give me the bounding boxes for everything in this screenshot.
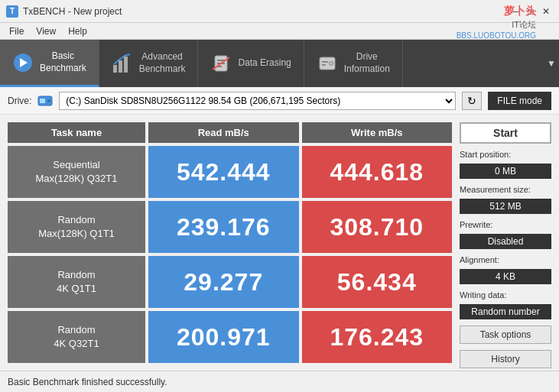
row-3-write: 176.243 <box>302 311 453 363</box>
start-button[interactable]: Start <box>460 122 551 144</box>
drive-information-icon <box>317 53 338 74</box>
drive-select[interactable]: (C:) SanDisk SD8SN8U256G1122 98.54 GB (2… <box>59 92 456 110</box>
watermark-line3: BBS.LUOBOTOU.ORG <box>457 31 536 41</box>
row-0-write: 444.618 <box>302 146 453 198</box>
toolbar-more-arrow[interactable]: ▼ <box>544 40 559 87</box>
svg-rect-2 <box>113 65 117 73</box>
file-mode-button[interactable]: FILE mode <box>488 92 551 110</box>
tab-advanced-benchmark-label: AdvancedBenchmark <box>139 51 186 75</box>
row-2-label: Random4K Q1T1 <box>8 256 145 308</box>
task-options-button[interactable]: Task options <box>460 326 551 344</box>
row-2-read: 29.277 <box>148 256 299 308</box>
row-0-read: 542.444 <box>148 146 299 198</box>
table-row: Random4K Q32T1 200.971 176.243 <box>8 311 452 363</box>
main-content: Task name Read mB/s Write mB/s Sequentia… <box>0 115 559 371</box>
menu-file[interactable]: File <box>3 24 30 38</box>
table-header: Task name Read mB/s Write mB/s <box>8 122 452 143</box>
status-message: Basic Benchmark finished successfully. <box>8 377 167 387</box>
svg-point-12 <box>330 63 332 65</box>
writing-data-value: Random number <box>460 304 551 319</box>
row-3-label: Random4K Q32T1 <box>8 311 145 363</box>
svg-point-17 <box>47 99 50 102</box>
watermark-line1: 萝卜头 <box>457 4 536 19</box>
app-icon: T <box>6 5 18 18</box>
title-bar-title: TxBENCH - New project <box>23 6 122 17</box>
watermark-line2: IT论坛 <box>457 19 536 31</box>
row-0-label: SequentialMax(128K) Q32T1 <box>8 146 145 198</box>
table-row: Random4K Q1T1 29.277 56.434 <box>8 256 452 308</box>
prewrite-label: Prewrite: <box>460 220 551 229</box>
alignment-value: 4 KB <box>460 269 551 284</box>
row-1-write: 308.710 <box>302 201 453 253</box>
writing-data-label: Writing data: <box>460 290 551 300</box>
row-3-read: 200.971 <box>148 311 299 363</box>
basic-benchmark-icon <box>12 52 34 73</box>
menu-help[interactable]: Help <box>62 24 93 38</box>
results-table: Task name Read mB/s Write mB/s Sequentia… <box>8 122 452 363</box>
toolbar: BasicBenchmark AdvancedBenchmark Data Er… <box>0 40 559 87</box>
svg-rect-3 <box>119 60 122 73</box>
svg-rect-4 <box>124 57 128 73</box>
tab-advanced-benchmark[interactable]: AdvancedBenchmark <box>99 40 199 87</box>
start-position-value: 0 MB <box>460 164 551 179</box>
row-2-write: 56.434 <box>302 256 453 308</box>
tab-basic-benchmark-label: BasicBenchmark <box>40 50 86 74</box>
svg-rect-16 <box>40 99 45 103</box>
advanced-benchmark-icon <box>112 53 133 74</box>
tab-drive-information[interactable]: DriveInformation <box>304 40 403 87</box>
table-row: RandomMax(128K) Q1T1 239.176 308.710 <box>8 201 452 253</box>
title-bar-left: T TxBENCH - New project <box>6 5 122 18</box>
watermark: 萝卜头 IT论坛 BBS.LUOBOTOU.ORG <box>457 4 536 41</box>
prewrite-value: Disabled <box>460 234 551 249</box>
start-position-label: Start position: <box>460 150 551 159</box>
measurement-size-label: Measurement size: <box>460 185 551 194</box>
row-1-label: RandomMax(128K) Q1T1 <box>8 201 145 253</box>
title-bar: T TxBENCH - New project 萝卜头 IT论坛 BBS.LUO… <box>0 0 559 23</box>
svg-rect-13 <box>322 61 328 63</box>
drive-label: Drive: <box>8 96 31 106</box>
col-header-task: Task name <box>8 122 145 143</box>
tab-basic-benchmark[interactable]: BasicBenchmark <box>0 40 99 87</box>
table-row: SequentialMax(128K) Q32T1 542.444 444.61… <box>8 146 452 198</box>
status-bar: Basic Benchmark finished successfully. <box>0 371 559 392</box>
menu-view[interactable]: View <box>30 24 62 38</box>
drive-bar: Drive: (C:) SanDisk SD8SN8U256G1122 98.5… <box>0 87 559 115</box>
tab-data-erasing-label: Data Erasing <box>238 57 291 70</box>
close-button[interactable]: ✕ <box>539 5 553 18</box>
right-panel: Start Start position: 0 MB Measurement s… <box>460 122 551 363</box>
data-erasing-icon <box>210 53 232 74</box>
drive-refresh-button[interactable]: ↻ <box>462 92 482 110</box>
svg-rect-14 <box>322 64 326 66</box>
tab-data-erasing[interactable]: Data Erasing <box>198 40 304 87</box>
measurement-size-value: 512 MB <box>460 199 551 214</box>
row-1-read: 239.176 <box>148 201 299 253</box>
history-button[interactable]: History <box>460 350 551 368</box>
drive-type-icon <box>37 93 53 109</box>
tab-drive-information-label: DriveInformation <box>344 51 390 75</box>
alignment-label: Alignment: <box>460 255 551 264</box>
col-header-read: Read mB/s <box>148 122 299 143</box>
col-header-write: Write mB/s <box>302 122 453 143</box>
